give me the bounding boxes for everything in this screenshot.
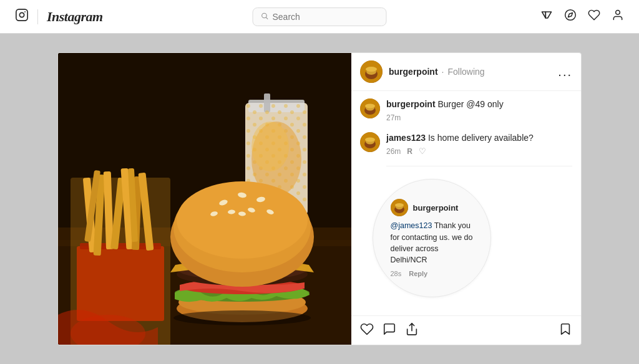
reply-bubble-container: burgerpoint @james123 Thank you for cont… — [360, 179, 572, 297]
comment-button[interactable] — [383, 322, 396, 340]
reply-text: @james123 Thank you for contacting us. w… — [391, 220, 474, 266]
comment-content-2: Is home delivery available? — [428, 133, 534, 143]
post-right-panel: burgerpoint · Following ... — [351, 53, 581, 345]
instagram-logo-icon — [15, 8, 29, 26]
svg-point-32 — [251, 122, 289, 171]
comment-avatar-2[interactable] — [360, 132, 380, 152]
heart-icon[interactable] — [588, 9, 600, 24]
comment-like-icon[interactable]: ♡ — [419, 146, 426, 156]
comment-time-2: 26m — [386, 147, 401, 156]
svg-marker-6 — [545, 12, 551, 18]
filter-icon[interactable] — [540, 9, 553, 24]
svg-point-64 — [365, 137, 375, 141]
comment-meta-2: 26m R ♡ — [386, 146, 572, 156]
svg-point-60 — [365, 104, 375, 108]
reply-bubble-inner: burgerpoint @james123 Thank you for cont… — [381, 199, 484, 277]
nav-divider — [37, 9, 38, 24]
svg-rect-14 — [77, 246, 164, 321]
svg-line-4 — [266, 17, 268, 19]
comment-body: burgerpoint Burger @49 only 27m — [386, 98, 572, 122]
explore-icon[interactable] — [564, 9, 577, 24]
post-header-info: burgerpoint · Following — [389, 67, 552, 77]
post-card: burgerpoint · Following ... — [57, 52, 582, 345]
svg-point-56 — [366, 67, 377, 72]
comment-reply-btn[interactable]: R — [407, 147, 412, 156]
reply-username: burgerpoint — [413, 203, 459, 213]
post-following-label[interactable]: Following — [447, 67, 484, 77]
svg-point-2 — [24, 11, 26, 12]
comment-text: burgerpoint Burger @49 only — [386, 98, 572, 111]
post-image — [58, 53, 351, 345]
svg-marker-5 — [542, 12, 546, 18]
comment-content: Burger @49 only — [437, 99, 503, 109]
comment-body-2: james123 Is home delivery available? 26m… — [386, 132, 572, 156]
reply-time: 28s — [391, 270, 402, 277]
reply-mention[interactable]: @james123 — [391, 221, 432, 230]
page-content: burgerpoint · Following ... — [0, 34, 639, 364]
like-button[interactable] — [360, 322, 374, 340]
reply-avatar[interactable] — [391, 199, 408, 216]
navbar: Instagram — [0, 0, 639, 34]
bookmark-button[interactable] — [559, 322, 572, 340]
svg-point-68 — [395, 203, 404, 207]
post-more-button[interactable]: ... — [558, 65, 572, 78]
nav-right — [540, 9, 624, 24]
comment-meta: 27m — [386, 113, 572, 122]
comments-area: burgerpoint Burger @49 only 27m — [351, 91, 581, 315]
reply-bubble-header: burgerpoint — [391, 199, 459, 216]
svg-point-3 — [262, 13, 267, 18]
svg-point-7 — [565, 10, 576, 21]
svg-marker-8 — [568, 12, 572, 17]
nav-search-area — [253, 7, 387, 26]
comment-avatar[interactable] — [360, 98, 380, 118]
nav-left: Instagram — [15, 8, 103, 26]
post-user-avatar[interactable] — [360, 60, 383, 83]
search-icon — [261, 12, 269, 22]
comment-item-2: james123 Is home delivery available? 26m… — [360, 132, 572, 156]
share-button[interactable] — [405, 322, 419, 340]
comment-item: burgerpoint Burger @49 only 27m — [360, 98, 572, 122]
comment-time: 27m — [386, 113, 401, 122]
reply-reply-btn[interactable]: Reply — [409, 270, 427, 277]
post-header: burgerpoint · Following ... — [351, 53, 581, 91]
comment-username: burgerpoint — [386, 99, 436, 109]
profile-icon[interactable] — [612, 9, 624, 24]
comment-divider — [386, 166, 572, 166]
svg-point-51 — [173, 310, 311, 325]
search-input[interactable] — [273, 12, 366, 22]
post-actions — [351, 315, 581, 345]
post-username[interactable]: burgerpoint — [389, 67, 438, 77]
svg-point-1 — [19, 12, 24, 17]
svg-rect-0 — [16, 9, 27, 20]
nav-brand: Instagram — [47, 9, 103, 25]
comment-username-2: james123 — [386, 133, 426, 143]
reply-meta: 28s Reply — [391, 270, 428, 277]
reply-bubble: burgerpoint @james123 Thank you for cont… — [373, 179, 491, 297]
comment-text-2: james123 Is home delivery available? — [386, 132, 572, 145]
svg-point-9 — [616, 11, 620, 15]
search-box[interactable] — [253, 7, 387, 26]
